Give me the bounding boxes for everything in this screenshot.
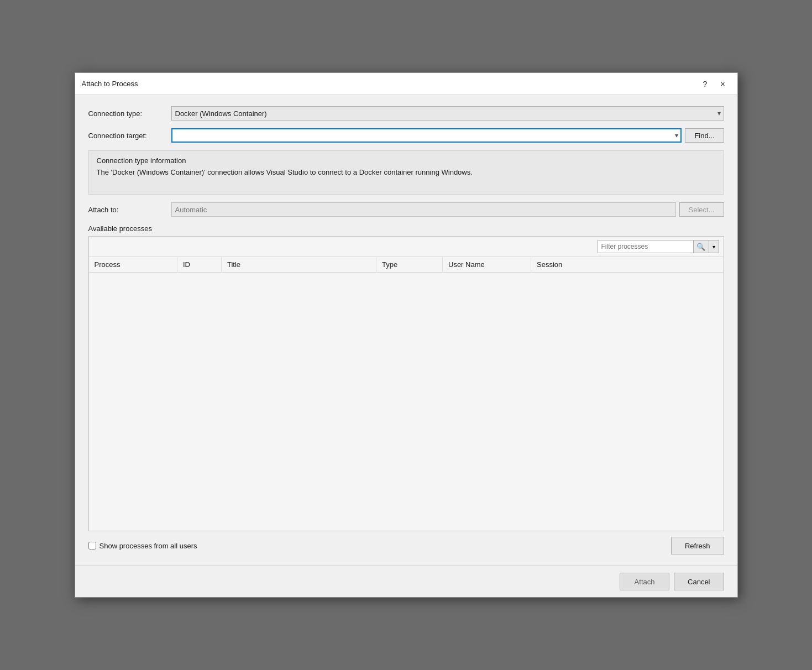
connection-target-input-wrapper [171, 128, 682, 143]
connection-target-input[interactable] [171, 128, 682, 143]
connection-type-label: Connection type: [88, 109, 166, 118]
show-all-users-label: Show processes from all users [99, 542, 197, 550]
process-table: Process ID Title Type User Name Session [89, 257, 724, 531]
col-header-process: Process [89, 257, 177, 273]
col-header-id: ID [177, 257, 222, 273]
table-header-row: Process ID Title Type User Name Session [89, 257, 724, 273]
col-header-type: Type [376, 257, 443, 273]
connection-info-box: Connection type information The 'Docker … [88, 150, 724, 195]
connection-target-label: Connection target: [88, 132, 166, 140]
attach-button[interactable]: Attach [620, 573, 669, 590]
find-button[interactable]: Find... [685, 128, 724, 143]
table-body [89, 273, 724, 531]
attach-to-group: Select... [171, 202, 724, 217]
dialog-title: Attach to Process [82, 80, 138, 88]
info-box-text: The 'Docker (Windows Container)' connect… [97, 168, 716, 176]
attach-to-row: Attach to: Select... [88, 202, 724, 217]
info-box-title: Connection type information [97, 156, 716, 165]
select-button[interactable]: Select... [679, 202, 724, 217]
title-bar-right: ? × [698, 76, 731, 92]
available-processes-label: Available processes [88, 224, 724, 233]
connection-type-select[interactable]: Docker (Windows Container) Default SSH [171, 106, 724, 121]
refresh-button[interactable]: Refresh [671, 537, 724, 554]
title-bar-left: Attach to Process [82, 80, 138, 88]
help-button[interactable]: ? [698, 76, 713, 92]
connection-target-group: Find... [171, 128, 724, 143]
processes-container: 🔍 ▾ Process ID Title Type User Name Sess [88, 236, 724, 531]
dialog-footer: Attach Cancel [75, 566, 737, 597]
attach-to-label: Attach to: [88, 206, 166, 214]
connection-target-row: Connection target: Find... [88, 128, 724, 143]
filter-search-button[interactable]: 🔍 [693, 240, 709, 253]
connection-type-row: Connection type: Docker (Windows Contain… [88, 106, 724, 121]
filter-bar: 🔍 ▾ [89, 237, 724, 257]
show-all-users-checkbox[interactable] [88, 542, 96, 549]
attach-to-input[interactable] [171, 202, 676, 217]
filter-input-wrapper: 🔍 ▾ [598, 240, 719, 253]
available-processes-section: Available processes 🔍 ▾ Process ID [88, 224, 724, 554]
show-all-users-checkbox-label[interactable]: Show processes from all users [88, 542, 197, 550]
dialog-body: Connection type: Docker (Windows Contain… [75, 95, 737, 566]
filter-dropdown-button[interactable]: ▾ [709, 240, 719, 253]
col-header-title: Title [222, 257, 376, 273]
close-button[interactable]: × [715, 76, 731, 92]
connection-type-wrapper: Docker (Windows Container) Default SSH [171, 106, 724, 121]
col-header-username: User Name [443, 257, 531, 273]
title-bar: Attach to Process ? × [75, 73, 737, 95]
attach-to-process-dialog: Attach to Process ? × Connection type: D… [75, 72, 738, 598]
filter-processes-input[interactable] [598, 242, 693, 252]
cancel-button[interactable]: Cancel [674, 573, 724, 590]
bottom-bar: Show processes from all users Refresh [88, 531, 724, 554]
col-header-session: Session [531, 257, 724, 273]
